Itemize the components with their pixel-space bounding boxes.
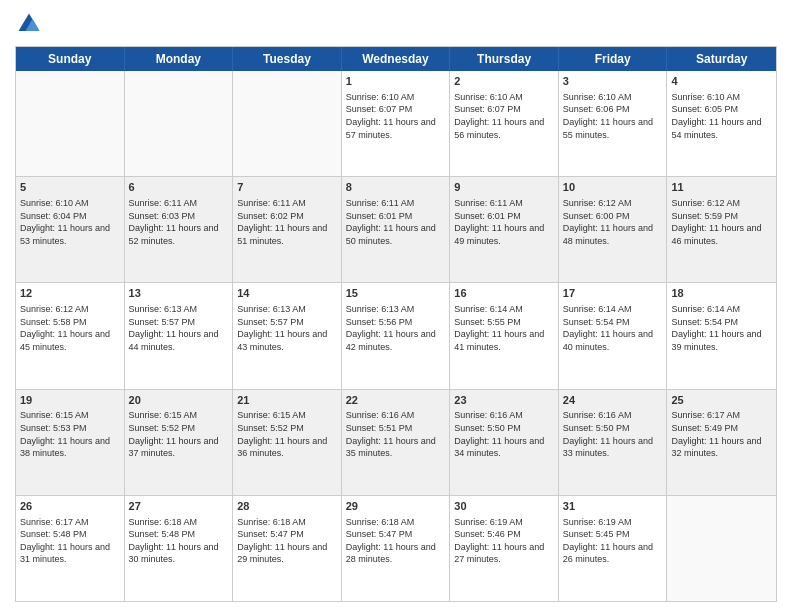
day-number: 13	[129, 286, 229, 301]
calendar-body: 1Sunrise: 6:10 AM Sunset: 6:07 PM Daylig…	[16, 71, 776, 601]
day-info: Sunrise: 6:15 AM Sunset: 5:52 PM Dayligh…	[237, 409, 337, 459]
day-cell-11: 11Sunrise: 6:12 AM Sunset: 5:59 PM Dayli…	[667, 177, 776, 282]
day-cell-25: 25Sunrise: 6:17 AM Sunset: 5:49 PM Dayli…	[667, 390, 776, 495]
weekday-header-tuesday: Tuesday	[233, 47, 342, 71]
day-cell-27: 27Sunrise: 6:18 AM Sunset: 5:48 PM Dayli…	[125, 496, 234, 601]
day-info: Sunrise: 6:16 AM Sunset: 5:50 PM Dayligh…	[563, 409, 663, 459]
day-cell-29: 29Sunrise: 6:18 AM Sunset: 5:47 PM Dayli…	[342, 496, 451, 601]
day-info: Sunrise: 6:13 AM Sunset: 5:56 PM Dayligh…	[346, 303, 446, 353]
day-number: 2	[454, 74, 554, 89]
day-number: 17	[563, 286, 663, 301]
day-info: Sunrise: 6:17 AM Sunset: 5:49 PM Dayligh…	[671, 409, 772, 459]
day-cell-12: 12Sunrise: 6:12 AM Sunset: 5:58 PM Dayli…	[16, 283, 125, 388]
day-number: 6	[129, 180, 229, 195]
day-number: 24	[563, 393, 663, 408]
day-cell-26: 26Sunrise: 6:17 AM Sunset: 5:48 PM Dayli…	[16, 496, 125, 601]
calendar-row-0: 1Sunrise: 6:10 AM Sunset: 6:07 PM Daylig…	[16, 71, 776, 176]
day-info: Sunrise: 6:17 AM Sunset: 5:48 PM Dayligh…	[20, 516, 120, 566]
calendar: SundayMondayTuesdayWednesdayThursdayFrid…	[15, 46, 777, 602]
day-cell-7: 7Sunrise: 6:11 AM Sunset: 6:02 PM Daylig…	[233, 177, 342, 282]
day-info: Sunrise: 6:19 AM Sunset: 5:45 PM Dayligh…	[563, 516, 663, 566]
day-cell-24: 24Sunrise: 6:16 AM Sunset: 5:50 PM Dayli…	[559, 390, 668, 495]
logo	[15, 10, 47, 38]
day-number: 22	[346, 393, 446, 408]
day-cell-2: 2Sunrise: 6:10 AM Sunset: 6:07 PM Daylig…	[450, 71, 559, 176]
weekday-header-friday: Friday	[559, 47, 668, 71]
day-cell-8: 8Sunrise: 6:11 AM Sunset: 6:01 PM Daylig…	[342, 177, 451, 282]
day-info: Sunrise: 6:12 AM Sunset: 5:59 PM Dayligh…	[671, 197, 772, 247]
day-cell-23: 23Sunrise: 6:16 AM Sunset: 5:50 PM Dayli…	[450, 390, 559, 495]
empty-cell-4-6	[667, 496, 776, 601]
day-cell-3: 3Sunrise: 6:10 AM Sunset: 6:06 PM Daylig…	[559, 71, 668, 176]
day-info: Sunrise: 6:11 AM Sunset: 6:01 PM Dayligh…	[346, 197, 446, 247]
calendar-row-2: 12Sunrise: 6:12 AM Sunset: 5:58 PM Dayli…	[16, 282, 776, 388]
day-info: Sunrise: 6:18 AM Sunset: 5:48 PM Dayligh…	[129, 516, 229, 566]
weekday-header-monday: Monday	[125, 47, 234, 71]
day-number: 23	[454, 393, 554, 408]
day-info: Sunrise: 6:18 AM Sunset: 5:47 PM Dayligh…	[237, 516, 337, 566]
day-info: Sunrise: 6:14 AM Sunset: 5:54 PM Dayligh…	[671, 303, 772, 353]
day-number: 19	[20, 393, 120, 408]
weekday-header-saturday: Saturday	[667, 47, 776, 71]
day-number: 20	[129, 393, 229, 408]
day-number: 9	[454, 180, 554, 195]
day-cell-16: 16Sunrise: 6:14 AM Sunset: 5:55 PM Dayli…	[450, 283, 559, 388]
day-cell-21: 21Sunrise: 6:15 AM Sunset: 5:52 PM Dayli…	[233, 390, 342, 495]
day-number: 16	[454, 286, 554, 301]
day-cell-14: 14Sunrise: 6:13 AM Sunset: 5:57 PM Dayli…	[233, 283, 342, 388]
day-info: Sunrise: 6:15 AM Sunset: 5:52 PM Dayligh…	[129, 409, 229, 459]
day-number: 26	[20, 499, 120, 514]
day-number: 14	[237, 286, 337, 301]
day-number: 18	[671, 286, 772, 301]
logo-icon	[15, 10, 43, 38]
day-info: Sunrise: 6:15 AM Sunset: 5:53 PM Dayligh…	[20, 409, 120, 459]
calendar-row-4: 26Sunrise: 6:17 AM Sunset: 5:48 PM Dayli…	[16, 495, 776, 601]
day-number: 30	[454, 499, 554, 514]
day-cell-22: 22Sunrise: 6:16 AM Sunset: 5:51 PM Dayli…	[342, 390, 451, 495]
day-cell-5: 5Sunrise: 6:10 AM Sunset: 6:04 PM Daylig…	[16, 177, 125, 282]
day-number: 8	[346, 180, 446, 195]
day-number: 5	[20, 180, 120, 195]
day-cell-9: 9Sunrise: 6:11 AM Sunset: 6:01 PM Daylig…	[450, 177, 559, 282]
day-number: 21	[237, 393, 337, 408]
day-cell-19: 19Sunrise: 6:15 AM Sunset: 5:53 PM Dayli…	[16, 390, 125, 495]
day-number: 4	[671, 74, 772, 89]
day-info: Sunrise: 6:12 AM Sunset: 6:00 PM Dayligh…	[563, 197, 663, 247]
day-number: 29	[346, 499, 446, 514]
day-info: Sunrise: 6:11 AM Sunset: 6:02 PM Dayligh…	[237, 197, 337, 247]
day-number: 7	[237, 180, 337, 195]
day-info: Sunrise: 6:18 AM Sunset: 5:47 PM Dayligh…	[346, 516, 446, 566]
day-info: Sunrise: 6:16 AM Sunset: 5:51 PM Dayligh…	[346, 409, 446, 459]
calendar-row-3: 19Sunrise: 6:15 AM Sunset: 5:53 PM Dayli…	[16, 389, 776, 495]
day-number: 31	[563, 499, 663, 514]
day-cell-4: 4Sunrise: 6:10 AM Sunset: 6:05 PM Daylig…	[667, 71, 776, 176]
day-number: 3	[563, 74, 663, 89]
calendar-row-1: 5Sunrise: 6:10 AM Sunset: 6:04 PM Daylig…	[16, 176, 776, 282]
day-cell-13: 13Sunrise: 6:13 AM Sunset: 5:57 PM Dayli…	[125, 283, 234, 388]
day-info: Sunrise: 6:14 AM Sunset: 5:54 PM Dayligh…	[563, 303, 663, 353]
day-cell-30: 30Sunrise: 6:19 AM Sunset: 5:46 PM Dayli…	[450, 496, 559, 601]
empty-cell-0-0	[16, 71, 125, 176]
day-cell-17: 17Sunrise: 6:14 AM Sunset: 5:54 PM Dayli…	[559, 283, 668, 388]
day-info: Sunrise: 6:16 AM Sunset: 5:50 PM Dayligh…	[454, 409, 554, 459]
empty-cell-0-2	[233, 71, 342, 176]
day-info: Sunrise: 6:10 AM Sunset: 6:07 PM Dayligh…	[346, 91, 446, 141]
day-cell-28: 28Sunrise: 6:18 AM Sunset: 5:47 PM Dayli…	[233, 496, 342, 601]
day-info: Sunrise: 6:10 AM Sunset: 6:04 PM Dayligh…	[20, 197, 120, 247]
day-info: Sunrise: 6:10 AM Sunset: 6:06 PM Dayligh…	[563, 91, 663, 141]
day-number: 27	[129, 499, 229, 514]
day-info: Sunrise: 6:11 AM Sunset: 6:03 PM Dayligh…	[129, 197, 229, 247]
day-cell-18: 18Sunrise: 6:14 AM Sunset: 5:54 PM Dayli…	[667, 283, 776, 388]
weekday-header-sunday: Sunday	[16, 47, 125, 71]
day-number: 28	[237, 499, 337, 514]
day-cell-6: 6Sunrise: 6:11 AM Sunset: 6:03 PM Daylig…	[125, 177, 234, 282]
empty-cell-0-1	[125, 71, 234, 176]
day-number: 15	[346, 286, 446, 301]
weekday-header-wednesday: Wednesday	[342, 47, 451, 71]
day-info: Sunrise: 6:14 AM Sunset: 5:55 PM Dayligh…	[454, 303, 554, 353]
weekday-header-thursday: Thursday	[450, 47, 559, 71]
day-number: 25	[671, 393, 772, 408]
day-cell-20: 20Sunrise: 6:15 AM Sunset: 5:52 PM Dayli…	[125, 390, 234, 495]
day-number: 1	[346, 74, 446, 89]
day-number: 10	[563, 180, 663, 195]
